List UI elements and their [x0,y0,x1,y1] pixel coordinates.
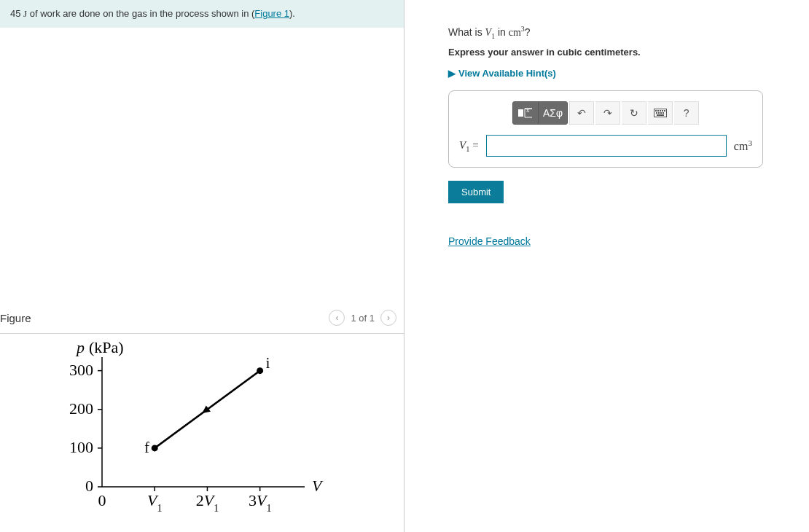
help-button[interactable]: ? [674,101,699,125]
prompt-unit: cm3 [509,27,525,38]
svg-text:(kPa): (kPa) [89,341,124,356]
left-pane: 45 J of work are done on the gas in the … [0,0,404,532]
greek-letters-button[interactable]: ΑΣφ [539,101,568,125]
question-block: What is V1 in cm3? Express your answer i… [448,25,787,203]
prompt-var: V1 [485,27,495,38]
svg-rect-33 [664,110,665,112]
keyboard-icon [654,109,667,117]
prompt-post: ? [525,26,531,38]
svg-text:p: p [75,341,85,356]
figure-nav-text: 1 of 1 [351,313,375,324]
svg-text:x: x [526,106,530,114]
svg-rect-35 [658,112,660,114]
answer-unit: cm3 [734,138,752,153]
svg-rect-38 [657,114,664,116]
svg-text:2V1: 2V1 [196,491,219,514]
answer-row: V1 = cm3 [459,135,752,157]
question-instruction: Express your answer in cubic centimeters… [448,47,787,58]
provide-feedback-link[interactable]: Provide Feedback [448,235,531,247]
figure-link[interactable]: Figure 1 [254,8,289,19]
reset-button[interactable]: ↻ [622,101,646,125]
caret-right-icon: ▶ [448,68,456,79]
equation-toolbar: x ΑΣφ ↶ ↷ ↻ [459,101,752,125]
prompt-pre: What is [448,26,485,38]
svg-text:0: 0 [85,477,93,495]
svg-rect-26 [518,109,523,117]
svg-rect-31 [660,110,661,112]
keyboard-button[interactable] [648,101,673,125]
answer-box: x ΑΣφ ↶ ↷ ↻ [448,90,763,168]
problem-statement: 45 J of work are done on the gas in the … [0,0,404,28]
answer-lhs: V1 = [459,139,479,153]
view-hints-toggle[interactable]: ▶ View Available Hint(s) [448,68,787,79]
figure-nav: ‹ 1 of 1 › [329,310,396,326]
svg-text:200: 200 [69,399,93,418]
left-spacer [0,28,404,308]
svg-text:100: 100 [69,438,93,456]
figure-title: Figure [0,312,31,324]
svg-rect-36 [660,112,662,114]
svg-text:3V1: 3V1 [249,491,271,514]
svg-text:V: V [312,477,324,495]
svg-rect-29 [655,110,657,112]
undo-button[interactable]: ↶ [569,101,594,125]
prompt-mid: in [495,26,509,38]
figure-header: Figure ‹ 1 of 1 › [0,308,404,334]
right-pane: What is V1 in cm3? Express your answer i… [404,0,809,532]
answer-input[interactable] [486,135,727,157]
svg-rect-37 [663,112,664,114]
templates-icon: x [517,106,534,120]
question-prompt: What is V1 in cm3? [448,25,787,39]
figure-body[interactable]: 01002003000V12V13V1Vp (kPa)fi [0,334,404,532]
templates-button[interactable]: x [512,101,539,125]
svg-text:f: f [144,439,149,455]
svg-text:300: 300 [69,361,93,379]
problem-mid: of work are done on the gas in the proce… [27,8,254,19]
submit-button[interactable]: Submit [448,181,504,203]
svg-text:i: i [266,355,270,371]
svg-rect-30 [657,110,659,112]
svg-rect-34 [656,112,657,114]
pv-chart: 01002003000V12V13V1Vp (kPa)fi [44,341,343,523]
svg-point-22 [152,445,158,451]
redo-button[interactable]: ↷ [595,101,620,125]
figure-next-button[interactable]: › [380,310,396,326]
problem-prefix: 45 [10,8,23,19]
svg-marker-21 [202,405,211,413]
svg-text:0: 0 [98,491,106,509]
figure-prev-button[interactable]: ‹ [329,310,345,326]
svg-rect-32 [662,110,663,112]
problem-suffix: ). [289,8,295,19]
svg-text:V1: V1 [147,491,162,514]
hint-label: View Available Hint(s) [458,68,556,79]
svg-point-23 [257,367,263,374]
